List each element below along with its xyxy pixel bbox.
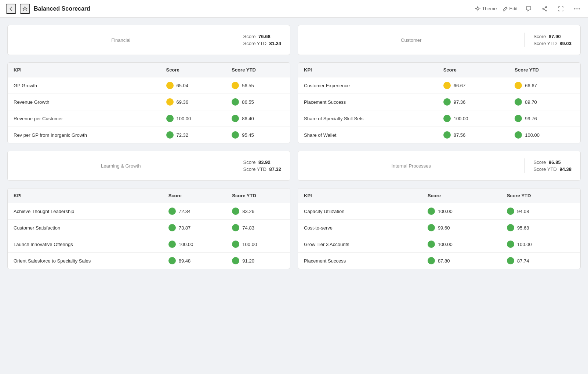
score-cell: 100.00	[163, 236, 226, 253]
score-dot	[443, 115, 451, 122]
kpi-name: Customer Experience	[298, 77, 438, 94]
financial-score-row: Score 76.68	[243, 34, 281, 39]
table-row: Grow Tier 3 Accounts100.00100.00	[298, 236, 580, 253]
theme-icon	[475, 6, 480, 11]
financial-scores: Score 76.68 Score YTD 81.24	[243, 34, 281, 46]
score-ytd-dot	[507, 257, 514, 264]
score-cell: 66.67	[438, 77, 509, 94]
header-right: Theme Edit	[475, 4, 582, 14]
financial-divider	[234, 33, 234, 47]
score-cell: 87.80	[422, 253, 501, 269]
customer-score-label: Score	[533, 34, 546, 39]
score-dot	[168, 241, 176, 248]
score-value: 73.87	[179, 225, 191, 231]
score-value: 99.60	[438, 225, 450, 231]
score-ytd-dot	[515, 115, 522, 122]
score-ytd-cell: 86.55	[226, 94, 290, 110]
score-dot	[166, 98, 174, 106]
comment-icon	[526, 6, 531, 12]
internal-score-row: Score 96.85	[533, 160, 571, 165]
internal-score-ytd-row: Score YTD 94.38	[533, 166, 571, 172]
financial-score-ytd-value: 81.24	[269, 41, 281, 46]
customer-table: KPI Score Score YTD Customer Experience6…	[298, 63, 580, 143]
learning-score-row: Score 83.92	[243, 160, 281, 165]
score-ytd-dot	[507, 208, 514, 215]
internal-scores: Score 96.85 Score YTD 94.38	[533, 160, 571, 172]
score-ytd-cell: 95.68	[501, 220, 580, 236]
svg-point-0	[477, 8, 479, 10]
customer-score-value: 87.90	[549, 34, 561, 39]
table-row: Placement Success87.8087.74	[298, 253, 580, 269]
score-value: 100.00	[454, 116, 468, 121]
fullscreen-icon	[558, 6, 564, 12]
score-value: 87.80	[438, 258, 450, 264]
score-ytd-cell: 99.76	[509, 110, 580, 127]
bottom-table-row: KPI Score Score YTD Achieve Thought Lead…	[7, 188, 581, 269]
customer-divider	[524, 33, 525, 47]
kpi-name: Capacity Utilization	[298, 203, 422, 220]
score-ytd-dot	[232, 98, 239, 106]
back-button[interactable]	[6, 4, 16, 14]
score-ytd-cell: 100.00	[501, 236, 580, 253]
score-cell: 65.04	[160, 77, 226, 94]
score-value: 72.32	[177, 132, 189, 138]
score-dot	[443, 98, 451, 106]
score-ytd-value: 95.45	[242, 132, 254, 138]
score-ytd-cell: 83.26	[226, 203, 290, 220]
score-dot	[428, 208, 435, 215]
score-ytd-value: 86.40	[242, 116, 254, 121]
kpi-name: GP Growth	[8, 77, 160, 94]
more-button[interactable]	[572, 4, 582, 14]
score-ytd-cell: 87.74	[501, 253, 580, 269]
score-dot	[428, 257, 435, 264]
internal-table-card: KPI Score Score YTD Capacity Utilization…	[298, 188, 581, 269]
financial-label: Financial	[17, 37, 225, 43]
score-dot	[428, 224, 435, 231]
score-ytd-value: 99.76	[525, 116, 537, 121]
fullscreen-button[interactable]	[556, 4, 566, 14]
score-cell: 100.00	[422, 203, 501, 220]
bottom-summary-row: Learning & Growth Score 83.92 Score YTD …	[7, 151, 581, 181]
kpi-name: Revenue Growth	[8, 94, 160, 110]
kpi-name: Launch Innovative Offerings	[8, 236, 163, 253]
app-header: Balanced Scorecard Theme Edit	[0, 0, 588, 18]
score-value: 89.48	[179, 258, 191, 264]
score-ytd-cell: 94.08	[501, 203, 580, 220]
svg-point-10	[574, 8, 576, 9]
top-table-row: KPI Score Score YTD GP Growth65.0456.55R…	[7, 62, 581, 143]
svg-line-9	[544, 9, 545, 10]
score-ytd-dot	[515, 131, 522, 139]
learning-score-ytd-col-header: Score YTD	[226, 188, 290, 203]
table-row: Orient Salesforce to Speciality Sales89.…	[8, 253, 290, 269]
comment-button[interactable]	[523, 4, 534, 14]
edit-button[interactable]: Edit	[503, 6, 518, 11]
learning-table-header: KPI Score Score YTD	[8, 188, 290, 203]
theme-button[interactable]: Theme	[475, 6, 497, 11]
customer-score-ytd-value: 89.03	[559, 41, 571, 46]
back-icon	[8, 6, 14, 12]
customer-table-card: KPI Score Score YTD Customer Experience6…	[298, 62, 581, 143]
score-value: 100.00	[177, 116, 191, 121]
kpi-name: Orient Salesforce to Speciality Sales	[8, 253, 163, 269]
score-ytd-value: 94.08	[517, 209, 529, 214]
score-ytd-value: 56.55	[242, 83, 254, 88]
score-ytd-value: 83.26	[242, 209, 254, 214]
score-ytd-cell: 56.55	[226, 77, 290, 94]
score-dot	[443, 82, 451, 89]
header-left: Balanced Scorecard	[6, 4, 90, 14]
score-value: 65.04	[177, 83, 189, 88]
customer-scores: Score 87.90 Score YTD 89.03	[533, 34, 571, 46]
score-ytd-dot	[507, 241, 514, 248]
score-value: 97.36	[454, 99, 466, 105]
score-ytd-cell: 100.00	[509, 127, 580, 143]
table-row: Share of Wallet87.56100.00	[298, 127, 580, 143]
share-button[interactable]	[540, 4, 550, 14]
score-dot	[166, 82, 174, 89]
more-icon	[574, 8, 580, 10]
score-ytd-dot	[232, 208, 239, 215]
star-button[interactable]	[20, 4, 30, 14]
learning-score-label: Score	[243, 160, 255, 165]
internal-table: KPI Score Score YTD Capacity Utilization…	[298, 188, 580, 269]
kpi-name: Share of Specialty Skill Sets	[298, 110, 438, 127]
top-summary-row: Financial Score 76.68 Score YTD 81.24 Cu…	[7, 25, 581, 55]
